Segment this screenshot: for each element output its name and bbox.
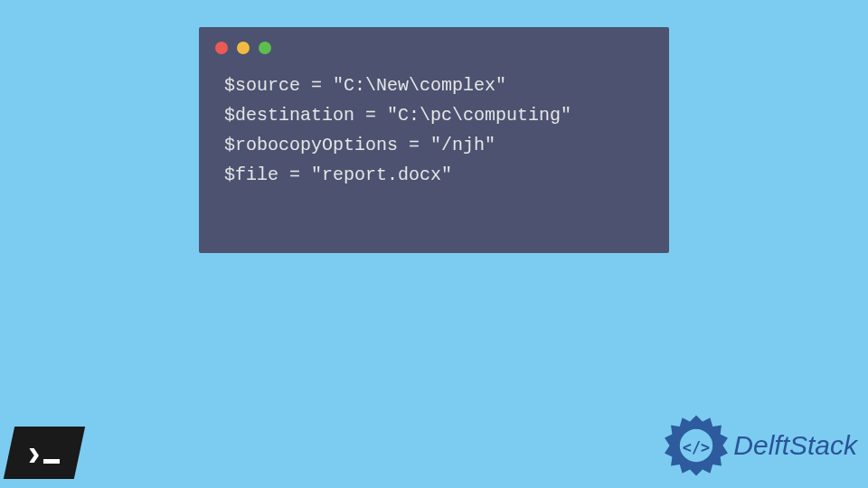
code-content: $source = "C:\New\complex" $destination … bbox=[199, 54, 669, 190]
delftstack-logo: </> DelftStack bbox=[665, 414, 857, 477]
powershell-icon: › bbox=[4, 427, 85, 479]
svg-text:</>: </> bbox=[683, 438, 710, 456]
code-window: $source = "C:\New\complex" $destination … bbox=[199, 27, 669, 253]
close-icon bbox=[215, 42, 228, 54]
window-controls bbox=[199, 27, 669, 54]
brand-name: DelftStack bbox=[733, 430, 857, 461]
code-line: $file = "report.docx" bbox=[224, 160, 644, 190]
minimize-icon bbox=[237, 42, 250, 54]
maximize-icon bbox=[259, 42, 271, 54]
code-line: $destination = "C:\pc\computing" bbox=[224, 100, 644, 130]
delftstack-badge-icon: </> bbox=[665, 414, 728, 477]
code-line: $source = "C:\New\complex" bbox=[224, 70, 644, 100]
code-line: $robocopyOptions = "/njh" bbox=[224, 130, 644, 160]
